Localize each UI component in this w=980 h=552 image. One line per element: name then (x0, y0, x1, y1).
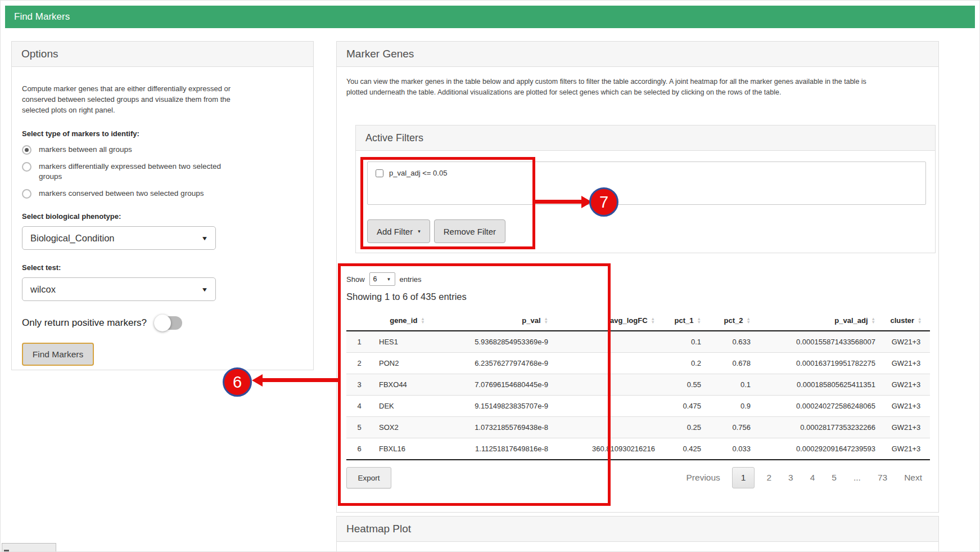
sort-icon: ▲▼ (544, 317, 548, 324)
page-length-value: 6 (373, 275, 377, 283)
cell-cluster: GW21+3 (882, 331, 930, 353)
cell-p-val-adj: 0.000240272586248065 (757, 396, 882, 417)
cell-avg-logfc (555, 374, 662, 396)
pagination-page-5[interactable]: 5 (823, 468, 845, 488)
column-header-p-val-adj[interactable]: p_val_adj▲▼ (757, 311, 882, 331)
table-row[interactable]: 6 FBXL16 1.11251817649816e-8 360.8109302… (346, 438, 930, 460)
table-row[interactable]: 1 HES1 5.93682854953369e-9 0.1 0.633 0.0… (346, 331, 930, 353)
remove-filter-label: Remove Filter (444, 227, 496, 236)
export-button[interactable]: Export (346, 467, 391, 488)
positive-markers-label: Only return positive markers? (22, 317, 147, 329)
page-title: Find Markers (5, 6, 975, 28)
caret-down-icon: ▼ (201, 286, 209, 293)
pagination-page-4[interactable]: 4 (802, 468, 824, 488)
annotation-arrow-7-line (535, 200, 582, 204)
radio-markers-differentially-expressed[interactable]: markers differentially expressed between… (22, 161, 304, 182)
annotation-circle-7: 7 (589, 187, 618, 217)
table-row[interactable]: 4 DEK 9.15149823835707e-9 0.475 0.9 0.00… (346, 396, 930, 417)
cell-cluster: GW21+3 (882, 396, 930, 417)
column-header-avg-logfc[interactable]: avg_logFC▲▼ (555, 311, 662, 331)
column-label: pct_1 (675, 316, 694, 325)
cell-gene-id: PON2 (372, 353, 442, 374)
table-row[interactable]: 5 SOX2 1.07321855769438e-8 0.25 0.756 0.… (346, 417, 930, 438)
options-panel-title: Options (12, 42, 313, 67)
column-label: pct_2 (724, 316, 743, 325)
find-markers-button[interactable]: Find Markers (22, 343, 94, 366)
row-index: 2 (346, 353, 372, 374)
sort-icon: ▲▼ (871, 317, 875, 324)
cell-pct-1: 0.1 (662, 331, 708, 353)
cell-pct-1: 0.475 (662, 396, 708, 417)
annotation-circle-6: 6 (223, 367, 252, 397)
radio-selected-icon[interactable] (22, 145, 31, 155)
sort-icon: ▲▼ (651, 317, 655, 324)
filter-label: p_val_adj <= 0.05 (389, 169, 447, 177)
table-info: Showing 1 to 6 of 435 entries (346, 291, 467, 302)
phenotype-select[interactable]: Biological_Condition ▼ (22, 226, 216, 250)
table-row[interactable]: 2 PON2 6.23576277974768e-9 0.2 0.678 0.0… (346, 353, 930, 374)
table-row[interactable]: 3 FBXO44 7.07696154680445e-9 0.55 0.1 0.… (346, 374, 930, 396)
row-index: 4 (346, 396, 372, 417)
phenotype-select-value: Biological_Condition (30, 233, 115, 244)
active-filters-panel: Active Filters p_val_adj <= 0.05 Add Fil… (355, 125, 936, 253)
cell-gene-id: DEK (372, 396, 442, 417)
cell-p-val: 1.07321855769438e-8 (442, 417, 555, 438)
positive-markers-toggle[interactable] (155, 316, 182, 330)
test-select[interactable]: wilcox ▼ (22, 277, 216, 301)
cell-p-val: 6.23576277974768e-9 (442, 353, 555, 374)
find-markers-page: Find Markers Options Compute marker gene… (0, 0, 980, 552)
column-header-p-val[interactable]: p_val▲▼ (442, 311, 555, 331)
filter-list: p_val_adj <= 0.05 (367, 161, 926, 205)
annotation-arrow-6-line (260, 378, 339, 382)
marker-genes-panel: Marker Genes You can view the marker gen… (336, 41, 939, 513)
cell-pct-2: 0.033 (708, 438, 757, 460)
sort-icon: ▲▼ (421, 317, 424, 324)
radio-markers-conserved[interactable]: markers conserved between two selected g… (22, 189, 304, 199)
cell-gene-id: FBXO44 (372, 374, 442, 396)
column-label: avg_logFC (610, 316, 647, 325)
add-filter-button[interactable]: Add Filter ▾ (367, 219, 430, 243)
cell-avg-logfc (555, 396, 662, 417)
cell-avg-logfc (555, 353, 662, 374)
column-header-pct-1[interactable]: pct_1▲▼ (662, 311, 708, 331)
pagination: Previous 1 2 3 4 5 ... 73 Next (678, 467, 931, 488)
cell-avg-logfc (555, 417, 662, 438)
radio-label: markers between all groups (39, 145, 224, 155)
caret-down-icon: ▼ (387, 277, 391, 282)
pagination-page-2[interactable]: 2 (758, 468, 780, 488)
column-header-index (346, 311, 372, 331)
column-header-pct-2[interactable]: pct_2▲▼ (708, 311, 757, 331)
cell-p-val-adj: 0.000185805625411351 (757, 374, 882, 396)
row-index: 5 (346, 417, 372, 438)
row-index: 6 (346, 438, 372, 460)
filter-checkbox[interactable] (376, 169, 383, 177)
column-header-gene-id[interactable]: gene_id▲▼ (372, 311, 442, 331)
toggle-knob[interactable] (154, 315, 171, 331)
column-header-cluster[interactable]: cluster▲▼ (882, 311, 930, 331)
remove-filter-button[interactable]: Remove Filter (434, 219, 505, 243)
cell-pct-2: 0.678 (708, 353, 757, 374)
cell-avg-logfc: 360.810930216216 (555, 438, 662, 460)
sort-icon: ▲▼ (918, 317, 922, 324)
radio-unselected-icon[interactable] (22, 162, 31, 172)
heatmap-plot-title: Heatmap Plot (337, 517, 938, 542)
cell-cluster: GW21+3 (882, 353, 930, 374)
cell-pct-2: 0.1 (708, 374, 757, 396)
test-label: Select test: (22, 263, 304, 272)
pagination-previous[interactable]: Previous (678, 468, 729, 488)
column-label: gene_id (390, 316, 417, 325)
cell-gene-id: FBXL16 (372, 438, 442, 460)
bottom-left-partial-button[interactable] (2, 543, 56, 552)
pagination-next[interactable]: Next (896, 468, 931, 488)
sort-icon: ▲▼ (747, 317, 751, 324)
pagination-page-3[interactable]: 3 (780, 468, 802, 488)
radio-markers-between-all-groups[interactable]: markers between all groups (22, 145, 304, 155)
cell-gene-id: HES1 (372, 331, 442, 353)
pagination-page-73[interactable]: 73 (869, 468, 896, 488)
cell-p-val: 7.07696154680445e-9 (442, 374, 555, 396)
radio-unselected-icon[interactable] (22, 189, 31, 199)
pagination-page-1[interactable]: 1 (732, 467, 755, 488)
cell-cluster: GW21+3 (882, 374, 930, 396)
page-length-select[interactable]: 6 ▼ (369, 272, 395, 286)
cell-pct-1: 0.2 (662, 353, 708, 374)
